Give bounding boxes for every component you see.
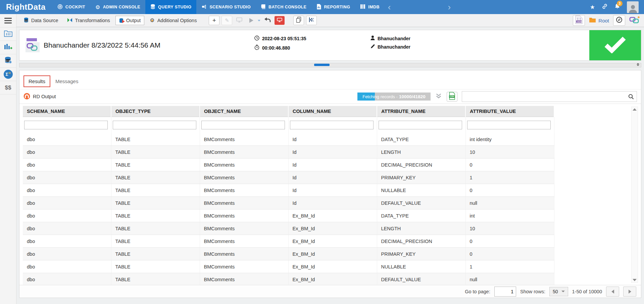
menu-toggle-button[interactable] [0, 14, 16, 27]
rows-per-page-select[interactable]: 50 [549, 287, 568, 296]
table-row[interactable]: dboTABLEBMCommentsIdNULLABLE0 [23, 184, 554, 197]
collapse-panel-button[interactable] [306, 16, 317, 25]
table-cell: Id [288, 184, 377, 197]
plus-icon: + [212, 17, 216, 23]
table-cell: 0 [465, 248, 554, 260]
table-row[interactable]: dboTABLEBMCommentsEx_BM_IdDECIMAL_PRECIS… [23, 235, 554, 248]
table-cell: DEFAULT_VALUE [377, 197, 465, 209]
success-status-button[interactable] [589, 30, 641, 60]
scroll-down-arrow-icon[interactable] [633, 279, 637, 281]
sidebar-item-add-report[interactable] [0, 41, 16, 54]
table-cell: Ex_BM_Id [288, 260, 377, 273]
data-source-button[interactable]: Data Source [20, 16, 62, 25]
nav-item-imdb[interactable]: IMDB [355, 0, 385, 14]
nav-item-batch-console[interactable]: BATCH CONSOLE [256, 0, 311, 14]
search-icon[interactable] [626, 94, 637, 100]
table-cell: BMComments [200, 273, 288, 285]
report-document-icon [316, 4, 321, 10]
column-filter-input[interactable] [113, 121, 196, 129]
additional-options-button[interactable]: ⚙ Additional Options [146, 16, 200, 25]
root-folder-button[interactable]: Root [589, 17, 609, 24]
scroll-up-arrow-icon[interactable] [633, 108, 637, 111]
preview-button[interactable] [234, 16, 244, 25]
output-tab-button[interactable]: Output [115, 16, 145, 25]
stop-output-button[interactable] [275, 16, 285, 25]
expand-records-chevrons-icon[interactable] [435, 93, 442, 100]
undo-button[interactable] [262, 16, 273, 25]
table-row[interactable]: dboTABLEBMCommentsIdDECIMAL_PRECISION0 [23, 159, 554, 171]
panel-splitter[interactable] [19, 63, 641, 67]
splitter-drag-handle[interactable] [314, 64, 330, 66]
modified-by-row: Bhanuchander [370, 44, 410, 50]
tab-messages[interactable]: Messages [50, 76, 83, 86]
tab-results[interactable]: Results [23, 75, 50, 87]
column-filter-input[interactable] [201, 121, 285, 129]
export-json-button[interactable]: {:}JSON [573, 15, 585, 26]
table-header-row: SCHEMA_NAMEOBJECT_TYPEOBJECT_NAMECOLUMN_… [23, 106, 554, 117]
copy-button[interactable] [293, 16, 304, 25]
sidebar-item-functions[interactable]: ΣΩ [0, 68, 16, 81]
column-header[interactable]: COLUMN_NAME [288, 106, 377, 117]
sidebar-item-query-sets[interactable] [0, 54, 16, 68]
column-header[interactable]: OBJECT_TYPE [111, 106, 200, 117]
table-row[interactable]: dboTABLEBMCommentsEx_BM_IdLENGTH10 [23, 222, 554, 235]
columns-icon [360, 4, 365, 10]
table-row[interactable]: dboTABLEBMCommentsEx_BM_IdNULLABLE1 [23, 260, 554, 273]
column-header[interactable]: ATTRIBUTE_NAME [377, 106, 465, 117]
table-cell: Ex_BM_Id [288, 248, 377, 260]
left-sidebar: ΣΩ $$ [0, 14, 16, 304]
nav-item-admin-console[interactable]: ⚙ ADMIN CONSOLE [90, 0, 145, 14]
table-cell: BMComments [200, 235, 288, 248]
nav-item-query-studio[interactable]: QUERY STUDIO [145, 0, 196, 14]
edit-pencil-icon: ✎ [225, 17, 229, 23]
table-cell: BMComments [200, 248, 288, 260]
transformations-button[interactable]: Transformations [64, 16, 113, 25]
column-filter-input[interactable] [379, 121, 462, 129]
table-row[interactable]: dboTABLEBMCommentsIdDATA_TYPEint identit… [23, 133, 554, 146]
column-header[interactable]: ATTRIBUTE_VALUE [465, 106, 554, 117]
favorites-star-icon[interactable]: ★ [590, 4, 595, 11]
link-icon[interactable] [602, 3, 608, 11]
splitter-expand-icon[interactable] [637, 63, 639, 66]
rightdata-app: RightData COCKPIT ⚙ ADMIN CONSOLE QUERY … [0, 0, 644, 304]
previous-page-button[interactable] [606, 287, 619, 297]
filter-cell [465, 117, 554, 133]
table-row[interactable]: dboTABLEBMCommentsIdLENGTH10 [23, 146, 554, 159]
run-query-button[interactable] [246, 16, 256, 25]
column-filter-input[interactable] [24, 121, 108, 129]
nav-item-cockpit[interactable]: COCKPIT [52, 0, 90, 14]
filter-cell [111, 117, 200, 133]
edit-query-button[interactable]: ✎ [221, 16, 232, 25]
table-row[interactable]: dboTABLEBMCommentsIdPRIMARY_KEY1 [23, 171, 554, 184]
previous-arrow-icon [611, 290, 614, 294]
column-header[interactable]: OBJECT_NAME [200, 106, 288, 117]
column-filter-input[interactable] [467, 121, 551, 129]
table-cell: NULLABLE [377, 260, 465, 273]
column-filter-input[interactable] [290, 121, 374, 129]
export-csv-button[interactable]: CSV [447, 92, 457, 102]
results-search-input[interactable] [462, 92, 626, 102]
nav-item-scenario-studio[interactable]: SCENARIO STUDIO [196, 0, 256, 14]
table-cell: BMComments [200, 133, 288, 146]
nav-item-reporting[interactable]: REPORTING [311, 0, 355, 14]
table-row[interactable]: dboTABLEBMCommentsEx_BM_IdDATA_TYPEint [23, 209, 554, 222]
sidebar-item-file-browser[interactable] [0, 27, 16, 41]
notifications-bell-icon[interactable]: 3 [614, 3, 620, 11]
app-rings-icon[interactable] [629, 16, 640, 25]
column-header[interactable]: SCHEMA_NAME [23, 106, 111, 117]
run-options-caret-icon[interactable] [258, 20, 260, 21]
table-row[interactable]: dboTABLEBMCommentsEx_BM_IdPRIMARY_KEY0 [23, 248, 554, 260]
root-label: Root [598, 18, 609, 23]
play-icon [249, 18, 253, 23]
table-vertical-scrollbar[interactable] [631, 107, 638, 283]
nav-scroll-left-icon[interactable]: ‹ [385, 0, 394, 14]
help-compass-button[interactable] [613, 15, 625, 26]
sidebar-item-parameters[interactable]: $$ [0, 81, 16, 95]
table-row[interactable]: dboTABLEBMCommentsEx_BM_IdDEFAULT_VALUEn… [23, 273, 554, 285]
user-avatar[interactable] [627, 1, 639, 13]
add-query-button[interactable]: + [209, 16, 219, 25]
next-page-button[interactable] [623, 287, 636, 297]
nav-scroll-right-icon[interactable]: › [445, 0, 454, 14]
page-number-input[interactable] [494, 287, 516, 297]
table-row[interactable]: dboTABLEBMCommentsIdDEFAULT_VALUEnull [23, 197, 554, 209]
